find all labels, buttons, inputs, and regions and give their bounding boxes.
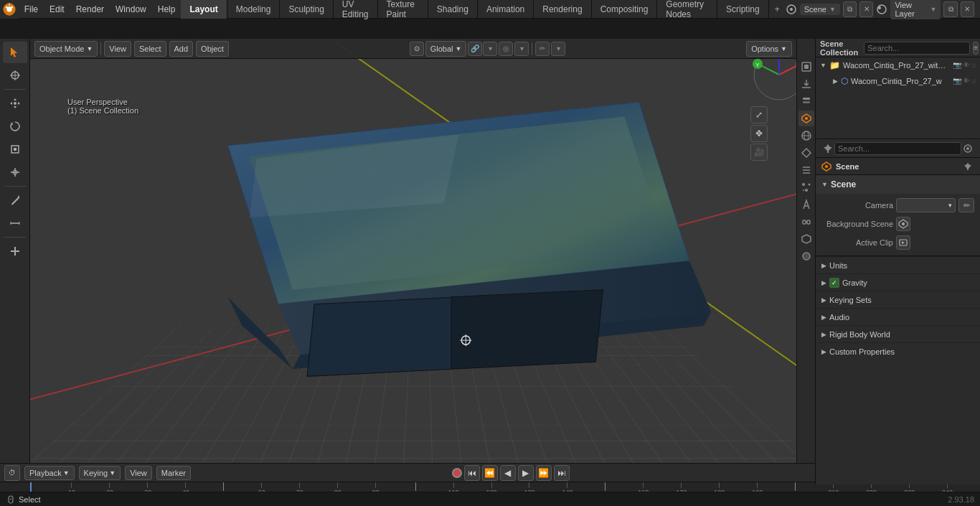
units-section[interactable]: ▶ Units [816, 256, 980, 273]
outliner-item-collection[interactable]: ▼ 📁 Wacom_Cintiq_Pro_27_with_z 📷 👁 ⧈ [816, 57, 980, 73]
outliner-item-object[interactable]: ▶ ⬡ Wacom_Cintiq_Pro_27_w 📷 👁 ⧈ [816, 73, 980, 89]
prop-icon-render[interactable] [798, 59, 814, 75]
menu-render[interactable]: Render [70, 0, 110, 19]
active-object-icon[interactable] [786, 3, 797, 16]
prop-icon-material[interactable] [798, 248, 814, 264]
tool-rotate[interactable] [3, 116, 27, 137]
menu-file[interactable]: File [19, 0, 44, 19]
audio-section[interactable]: ▶ Audio [816, 308, 980, 325]
view-layer-remove-button[interactable]: ✕ [961, 1, 974, 17]
tab-scripting[interactable]: Scripting [717, 0, 769, 19]
marker-menu-btn[interactable]: Marker [156, 466, 191, 480]
prop-icon-particles[interactable] [798, 179, 814, 195]
snap-toggle-icon[interactable]: 🔗 [468, 42, 482, 56]
tool-select[interactable] [3, 42, 27, 63]
jump-end-button[interactable]: ⏭ [554, 465, 570, 481]
menu-window[interactable]: Window [110, 0, 152, 19]
add-workspace-button[interactable]: + [769, 0, 786, 19]
view-menu-btn[interactable]: View [125, 466, 152, 480]
timeline-mode-icon[interactable]: ⏱ [4, 465, 20, 481]
outliner-filter-button[interactable]: ≡ [973, 42, 979, 55]
step-back-button[interactable]: ⏪ [482, 465, 498, 481]
outliner-cam-icon-1[interactable]: 📷 [953, 61, 961, 70]
prop-icon-world[interactable] [798, 128, 814, 144]
prop-icon-object[interactable] [798, 145, 814, 161]
tab-rendering[interactable]: Rendering [534, 0, 591, 19]
tab-compositing[interactable]: Compositing [592, 0, 658, 19]
scene-remove-button[interactable]: ✕ [859, 1, 873, 17]
proportional-edit-icon[interactable]: ◎ [499, 42, 513, 56]
menu-help[interactable]: Help [152, 0, 182, 19]
object-mode-selector[interactable]: Object Mode ▼ [34, 41, 98, 57]
active-clip-icon-btn[interactable] [896, 235, 910, 250]
tool-measure[interactable] [3, 212, 27, 234]
camera-eyedropper-btn[interactable]: ✏ [958, 198, 974, 212]
options-button[interactable]: Options ▼ [746, 41, 792, 57]
record-button[interactable] [452, 468, 462, 478]
props-options-icon[interactable] [961, 142, 974, 155]
scene-section-toggle[interactable]: ▼ Scene [816, 175, 980, 194]
prop-icon-constraints[interactable] [798, 214, 814, 230]
pan-view-button[interactable]: ✥ [750, 125, 768, 142]
tool-annotate[interactable] [3, 189, 27, 211]
scene-pin-icon[interactable] [961, 160, 974, 173]
zoom-to-fit-button[interactable]: ⤢ [750, 106, 768, 123]
background-scene-icon-btn[interactable] [896, 217, 910, 231]
outliner-eye-icon-2[interactable]: 👁 [963, 77, 970, 85]
tab-layout[interactable]: Layout [181, 0, 227, 19]
annotate-icon[interactable]: ✏ [535, 42, 550, 56]
tool-move[interactable] [3, 93, 27, 114]
props-pin-icon[interactable] [821, 142, 834, 155]
tab-texture-paint[interactable]: Texture Paint [378, 0, 428, 19]
outliner-cam-icon-2[interactable]: 📷 [953, 77, 961, 85]
object-menu[interactable]: Object [196, 41, 229, 57]
prop-icon-output[interactable] [798, 76, 814, 92]
tool-cursor[interactable] [3, 65, 27, 86]
tab-shading[interactable]: Shading [428, 0, 478, 19]
prop-icon-data[interactable] [798, 231, 814, 247]
scene-selector[interactable]: Scene ▼ [800, 4, 840, 15]
tab-sculpting[interactable]: Sculpting [280, 0, 333, 19]
select-menu[interactable]: Select [134, 41, 166, 57]
prop-icon-modifiers[interactable] [798, 162, 814, 178]
proportional-falloff-icon[interactable]: ▾ [514, 42, 529, 56]
viewport-shading-icon[interactable] [876, 3, 887, 16]
keying-sets-section[interactable]: ▶ Keying Sets [816, 291, 980, 308]
playback-menu-btn[interactable]: Playback ▼ [24, 466, 75, 480]
keying-menu-btn[interactable]: Keying ▼ [79, 466, 121, 480]
gravity-section[interactable]: ▶ ✓ Gravity [816, 273, 980, 291]
prop-icon-physics[interactable] [798, 197, 814, 212]
tab-geometry-nodes[interactable]: Geometry Nodes [657, 0, 717, 19]
tool-add[interactable] [3, 240, 27, 262]
annotate-arrow[interactable]: ▾ [551, 42, 565, 56]
gravity-checkbox[interactable]: ✓ [829, 278, 839, 288]
transform-global-selector[interactable]: Global ▼ [425, 41, 467, 57]
tab-modeling[interactable]: Modeling [227, 0, 281, 19]
custom-properties-section[interactable]: ▶ Custom Properties [816, 342, 980, 360]
outliner-search-input[interactable] [864, 42, 970, 55]
play-back-button[interactable]: ◀ [500, 465, 516, 481]
prop-icon-view-layer[interactable] [798, 93, 814, 109]
snap-type-icon[interactable]: ▾ [483, 42, 497, 56]
menu-edit[interactable]: Edit [44, 0, 70, 19]
tab-uv-editing[interactable]: UV Editing [334, 0, 378, 19]
rigid-body-world-section[interactable]: ▶ Rigid Body World [816, 325, 980, 342]
tool-transform[interactable] [3, 161, 27, 183]
tool-scale[interactable] [3, 139, 27, 160]
transform-pivot-icon[interactable]: ⊙ [410, 42, 424, 56]
view-layer-selector[interactable]: View Layer ▼ [890, 0, 941, 19]
view-menu[interactable]: View [104, 41, 131, 57]
step-forward-button[interactable]: ⏩ [536, 465, 552, 481]
play-forward-button[interactable]: ▶ [518, 465, 534, 481]
view-layer-copy-button[interactable]: ⧉ [943, 1, 957, 17]
jump-start-button[interactable]: ⏮ [464, 465, 480, 481]
tab-animation[interactable]: Animation [478, 0, 534, 19]
add-menu[interactable]: Add [169, 41, 194, 57]
scene-copy-button[interactable]: ⧉ [843, 1, 857, 17]
camera-dropdown[interactable]: ▾ [896, 198, 956, 212]
outliner-eye-icon-1[interactable]: 👁 [963, 61, 970, 70]
viewport-3d[interactable]: User Perspective (1) Scene Collection X … [30, 39, 815, 463]
prop-icon-scene[interactable] [798, 111, 814, 126]
camera-view-button[interactable]: 🎥 [750, 144, 768, 161]
properties-search-input[interactable] [834, 142, 961, 155]
